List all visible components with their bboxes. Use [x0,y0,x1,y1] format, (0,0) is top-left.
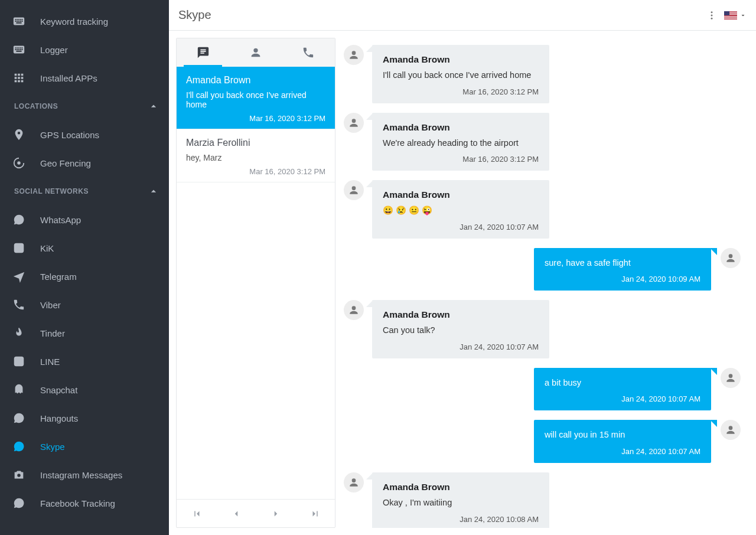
kik-icon [12,241,26,255]
chevron-up-icon [148,100,159,112]
conversation-item[interactable]: Marzia Ferollinihey, MarzMar 16, 2020 3:… [177,129,335,182]
message-text: We're already heading to the airport [383,138,539,149]
page-next-button[interactable] [268,505,284,522]
sidebar-section-locations[interactable]: LOCATIONS [0,92,169,120]
conversation-time: Mar 16, 2020 3:12 PM [186,167,325,176]
sidebar-item-snapchat[interactable]: Snapchat [0,376,169,404]
sidebar: Keyword trackingLoggerInstalled APPs LOC… [0,0,169,535]
avatar [721,368,741,388]
message-bubble: a bit busyJan 24, 2020 10:07 AM [534,368,711,411]
instagram-icon [12,468,26,482]
message-time: Jan 24, 2020 10:09 AM [545,275,700,283]
viber-icon [12,298,26,312]
message-sender: Amanda Brown [383,482,539,492]
message-sender: Amanda Brown [383,190,539,200]
sidebar-item-telegram[interactable]: Telegram [0,262,169,291]
flame-icon [12,326,26,340]
message-time: Jan 24, 2020 10:07 AM [383,223,539,231]
conversation-time: Mar 16, 2020 3:12 PM [186,114,325,123]
sidebar-item-label: Geo Fencing [40,158,91,168]
message-text: will call you in 15 min [545,429,700,441]
keyboard-icon [12,14,26,28]
sidebar-item-whatsapp[interactable]: WhatsApp [0,205,169,234]
telegram-icon [12,269,26,283]
sidebar-item-label: Logger [40,45,68,55]
message-bubble: Amanda BrownI'll call you back once I've… [372,45,549,103]
sidebar-item-logger[interactable]: Logger [0,35,169,64]
sidebar-item-keyword-tracking[interactable]: Keyword tracking [0,7,169,35]
message-row: Amanda BrownI'll call you back once I've… [344,45,741,103]
message-text: Okay , I'm waitiing [383,497,539,509]
conversation-item[interactable]: Amanda BrownI'll call you back once I've… [177,67,335,129]
message-row: Amanda Brown😀 😢 😐 😜Jan 24, 2020 10:07 AM [344,180,741,239]
message-time: Mar 16, 2020 3:12 PM [383,87,539,96]
sidebar-item-tinder[interactable]: Tinder [0,319,169,347]
sidebar-item-installed-apps[interactable]: Installed APPs [0,64,169,92]
top-bar: Skype [169,0,756,31]
chevron-down-icon [739,12,747,19]
sidebar-item-label: Installed APPs [40,73,97,83]
message-bubble: will call you in 15 minJan 24, 2020 10:0… [534,420,711,463]
conversation-preview: I'll call you back once I've arrived hom… [186,90,325,109]
sidebar-item-label: Hangouts [40,413,78,423]
message-row: a bit busyJan 24, 2020 10:07 AM [344,368,741,411]
avatar [344,472,364,492]
message-time: Jan 24, 2020 10:07 AM [545,447,700,456]
avatar [344,180,364,200]
page-prev-button[interactable] [228,505,245,522]
conversation-name: Amanda Brown [186,75,325,86]
tab-calls[interactable] [282,38,335,67]
message-time: Mar 16, 2020 3:12 PM [383,155,539,164]
sidebar-item-line[interactable]: LINE [0,347,169,376]
sidebar-item-label: Instagram Messages [40,470,122,480]
language-selector[interactable] [724,11,747,19]
sidebar-item-hangouts[interactable]: Hangouts [0,404,169,432]
sidebar-section-label: LOCATIONS [14,102,58,110]
page-title: Skype [178,8,211,22]
conversation-name: Marzia Ferollini [186,138,325,148]
message-bubble: Amanda BrownWe're already heading to the… [372,113,549,171]
tab-messages[interactable] [177,38,229,67]
chevron-up-icon [148,185,159,197]
avatar [344,300,364,320]
sidebar-section-social-networks[interactable]: SOCIAL NETWORKS [0,177,169,205]
sidebar-item-gps-locations[interactable]: GPS Locations [0,120,169,149]
page-last-button[interactable] [307,505,324,522]
avatar [344,113,364,133]
sidebar-item-facebook[interactable]: Facebook Tracking [0,489,169,517]
message-row: Amanda BrownWe're already heading to the… [344,113,741,171]
sidebar-item-label: KiK [40,243,54,253]
message-row: Amanda BrownOkay , I'm waitiingJan 24, 2… [344,472,741,528]
page-first-button[interactable] [188,505,205,522]
sidebar-item-viber[interactable]: Viber [0,291,169,319]
sidebar-item-label: LINE [40,357,60,367]
message-sender: Amanda Brown [383,54,539,65]
message-bubble: Amanda BrownCan you talk?Jan 24, 2020 10… [372,300,549,358]
conversation-list: Amanda BrownI'll call you back once I've… [177,67,335,499]
radar-icon [12,156,26,170]
message-sender: Amanda Brown [383,122,539,133]
sidebar-item-label: WhatsApp [40,215,81,225]
pin-icon [12,128,26,142]
keyboard-icon [12,43,26,57]
apps-icon [12,71,26,85]
skype-icon [12,439,26,454]
sidebar-item-label: Snapchat [40,385,77,395]
sidebar-item-kik[interactable]: KiK [0,234,169,262]
avatar [721,248,741,268]
sidebar-item-skype[interactable]: Skype [0,432,169,461]
more-icon[interactable] [706,10,717,21]
message-row: sure, have a safe flightJan 24, 2020 10:… [344,248,741,291]
message-bubble: sure, have a safe flightJan 24, 2020 10:… [534,248,711,291]
hangouts-icon [12,411,26,425]
sidebar-item-label: Keyword tracking [40,17,108,27]
conversation-pane: Amanda BrownI'll call you back once I've… [176,38,335,528]
facebook-icon [12,496,26,510]
message-text: I'll call you back once I've arrived hom… [383,70,539,81]
tab-contacts[interactable] [229,38,282,67]
sidebar-item-instagram[interactable]: Instagram Messages [0,461,169,489]
sidebar-item-label: Skype [40,442,65,452]
message-row: will call you in 15 minJan 24, 2020 10:0… [344,420,741,463]
message-time: Jan 24, 2020 10:07 AM [383,342,539,351]
sidebar-item-geo-fencing[interactable]: Geo Fencing [0,149,169,177]
